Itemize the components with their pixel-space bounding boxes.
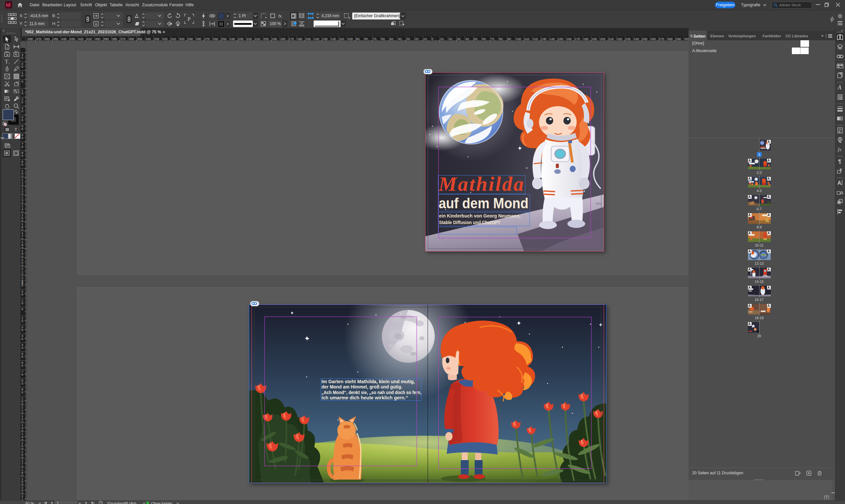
- svg-text:Mathilda: Mathilda: [438, 173, 524, 195]
- svg-text:A: A: [748, 231, 751, 235]
- svg-text:T: T: [5, 59, 8, 65]
- svg-text:A: A: [748, 177, 751, 181]
- svg-text:A: A: [768, 195, 770, 199]
- svg-text:A: A: [768, 304, 770, 308]
- svg-text:A: A: [768, 213, 770, 217]
- svg-text:Stable Diffusion und ChatGPT: Stable Diffusion und ChatGPT: [439, 219, 500, 225]
- svg-text:¶: ¶: [838, 158, 841, 165]
- svg-text:ich umarme dich heute wirklich: ich umarme dich heute wirklich gern.“: [322, 395, 408, 400]
- svg-text:A: A: [768, 177, 770, 181]
- svg-text:A: A: [748, 322, 751, 326]
- svg-text:A: A: [768, 140, 770, 144]
- svg-text:A: A: [768, 159, 770, 162]
- svg-text:A: A: [748, 250, 751, 253]
- svg-text:A: A: [748, 268, 751, 271]
- svg-text:der Mond am Himmel, groß und g: der Mond am Himmel, groß und gutig.: [322, 384, 402, 390]
- svg-text:A: A: [840, 190, 843, 195]
- svg-text:A: A: [748, 304, 751, 308]
- svg-text:A: A: [768, 250, 770, 253]
- svg-text:A: A: [748, 213, 751, 217]
- svg-text:A: A: [838, 180, 841, 186]
- svg-text:A: A: [768, 268, 770, 271]
- svg-text:„Ach Mond“, denkt sie, „so nah: „Ach Mond“, denkt sie, „so nah und doch …: [322, 390, 421, 395]
- svg-text:A: A: [748, 286, 751, 289]
- svg-text:fx: fx: [838, 147, 841, 152]
- svg-text:A: A: [768, 286, 770, 289]
- svg-text:Im Garten steht Mathilda, klei: Im Garten steht Mathilda, klein und muti…: [322, 379, 415, 384]
- svg-text:P: P: [187, 16, 191, 22]
- svg-text:¶: ¶: [840, 168, 842, 173]
- svg-text:auf dem Mond: auf dem Mond: [439, 195, 528, 212]
- svg-text:A: A: [768, 231, 770, 235]
- svg-text:ein Kinderbuch von Georg Neuma: ein Kinderbuch von Georg Neumann,: [439, 213, 521, 218]
- svg-text:A: A: [748, 195, 751, 199]
- svg-text:A: A: [748, 159, 751, 162]
- svg-text:A: A: [838, 84, 842, 91]
